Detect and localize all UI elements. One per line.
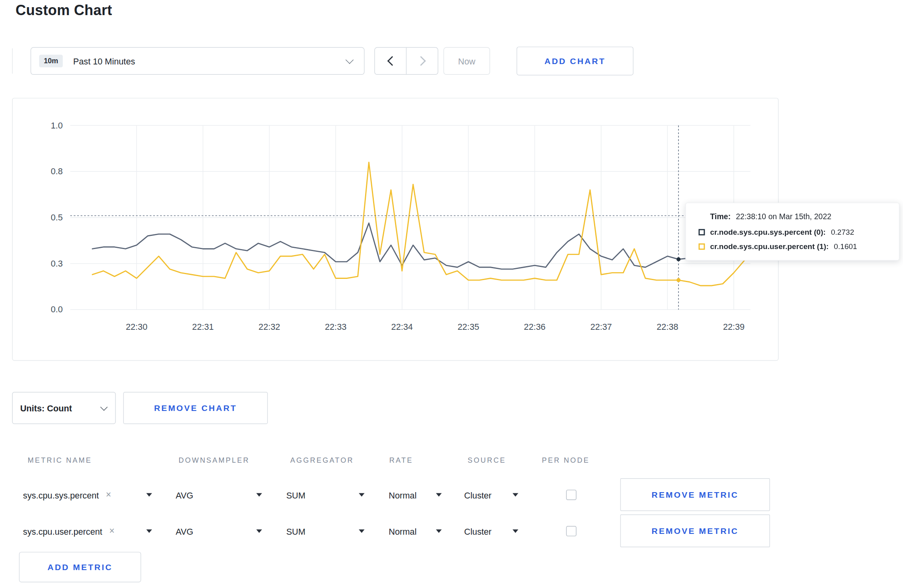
time-range-select[interactable]: 10m Past 10 Minutes bbox=[31, 47, 365, 75]
metric-name-label: sys.cpu.sys.percent bbox=[23, 490, 99, 500]
metric-row: sys.cpu.sys.percent × AVG SUM Normal Clu… bbox=[12, 478, 778, 512]
column-header-metric-name: METRIC NAME bbox=[27, 456, 92, 464]
metric-name-label: sys.cpu.user.percent bbox=[23, 526, 102, 536]
rate-select[interactable]: Normal bbox=[389, 478, 442, 512]
tooltip-series-value: 0.1601 bbox=[834, 242, 857, 251]
chevron-right-icon bbox=[416, 56, 426, 66]
toolbar-divider bbox=[12, 49, 12, 74]
add-metric-button[interactable]: ADD METRIC bbox=[19, 552, 141, 582]
caret-down-icon bbox=[256, 530, 262, 533]
svg-text:22:36: 22:36 bbox=[524, 322, 545, 332]
aggregator-value: SUM bbox=[286, 490, 305, 500]
caret-down-icon bbox=[436, 493, 442, 497]
per-node-checkbox[interactable] bbox=[566, 526, 577, 536]
tooltip-time-value: 22:38:10 on Mar 15th, 2022 bbox=[736, 212, 831, 221]
svg-text:1.0: 1.0 bbox=[51, 121, 63, 130]
next-time-button[interactable] bbox=[406, 48, 438, 74]
svg-text:22:32: 22:32 bbox=[258, 322, 280, 332]
units-select[interactable]: Units: Count bbox=[12, 392, 115, 424]
chevron-left-icon bbox=[387, 56, 397, 66]
svg-text:22:31: 22:31 bbox=[192, 322, 214, 332]
svg-text:22:33: 22:33 bbox=[325, 322, 346, 332]
chart-tooltip: Time:22:38:10 on Mar 15th, 2022 cr.node.… bbox=[685, 202, 899, 261]
chevron-down-icon bbox=[346, 55, 354, 63]
units-label: Units: Count bbox=[20, 403, 72, 413]
chevron-down-icon bbox=[100, 403, 108, 411]
rate-select[interactable]: Normal bbox=[389, 514, 442, 548]
source-value: Cluster bbox=[464, 526, 492, 536]
now-button[interactable]: Now bbox=[444, 47, 490, 75]
metric-name-select[interactable]: sys.cpu.user.percent × bbox=[23, 514, 152, 548]
caret-down-icon bbox=[512, 530, 518, 533]
per-node-cell bbox=[566, 478, 577, 512]
source-select[interactable]: Cluster bbox=[464, 514, 518, 548]
series-swatch-icon bbox=[699, 229, 705, 236]
source-select[interactable]: Cluster bbox=[464, 478, 518, 512]
prev-time-button[interactable] bbox=[375, 48, 406, 74]
caret-down-icon bbox=[146, 493, 152, 497]
tooltip-series-row: cr.node.sys.cpu.user.percent (1): 0.1601 bbox=[699, 242, 887, 251]
caret-down-icon bbox=[359, 530, 364, 533]
time-range-badge: 10m bbox=[39, 55, 63, 67]
series-swatch-icon bbox=[699, 243, 705, 250]
time-range-label: Past 10 Minutes bbox=[73, 56, 135, 66]
rate-value: Normal bbox=[389, 490, 416, 500]
per-node-cell bbox=[566, 514, 577, 548]
svg-text:22:38: 22:38 bbox=[657, 322, 678, 332]
aggregator-value: SUM bbox=[286, 526, 305, 536]
page-title: Custom Chart bbox=[16, 2, 112, 18]
svg-text:0.3: 0.3 bbox=[51, 259, 63, 269]
column-header-per-node: PER NODE bbox=[542, 456, 590, 464]
aggregator-select[interactable]: SUM bbox=[286, 478, 365, 512]
svg-text:0.0: 0.0 bbox=[51, 304, 63, 314]
tooltip-time-row: Time:22:38:10 on Mar 15th, 2022 bbox=[710, 212, 887, 221]
tooltip-time-label: Time: bbox=[710, 212, 731, 221]
caret-down-icon bbox=[436, 530, 442, 533]
remove-metric-button[interactable]: REMOVE METRIC bbox=[620, 514, 770, 547]
aggregator-select[interactable]: SUM bbox=[286, 514, 365, 548]
source-value: Cluster bbox=[464, 490, 492, 500]
svg-text:0.8: 0.8 bbox=[51, 166, 63, 176]
svg-text:22:37: 22:37 bbox=[590, 322, 612, 332]
metric-name-select[interactable]: sys.cpu.sys.percent × bbox=[23, 478, 152, 512]
caret-down-icon bbox=[359, 493, 364, 497]
caret-down-icon bbox=[146, 530, 152, 533]
column-header-downsampler: DOWNSAMPLER bbox=[178, 456, 250, 464]
column-header-source: SOURCE bbox=[468, 456, 506, 464]
remove-chart-button[interactable]: REMOVE CHART bbox=[123, 392, 268, 424]
svg-text:22:34: 22:34 bbox=[391, 322, 413, 332]
column-header-rate: RATE bbox=[389, 456, 413, 464]
tooltip-series-value: 0.2732 bbox=[831, 228, 854, 237]
column-header-aggregator: AGGREGATOR bbox=[290, 456, 354, 464]
remove-metric-button[interactable]: REMOVE METRIC bbox=[620, 478, 770, 511]
svg-text:22:39: 22:39 bbox=[723, 322, 745, 332]
caret-down-icon bbox=[512, 493, 518, 497]
clear-icon[interactable]: × bbox=[106, 490, 111, 499]
metrics-table: METRIC NAME DOWNSAMPLER AGGREGATOR RATE … bbox=[12, 444, 778, 548]
clear-icon[interactable]: × bbox=[109, 526, 115, 535]
time-nav-group bbox=[374, 47, 438, 75]
chart-card: 22:3022:3122:3222:3322:3422:3522:3622:37… bbox=[12, 98, 778, 361]
custom-chart-page: Custom Chart 10m Past 10 Minutes Now ADD… bbox=[0, 0, 903, 588]
metric-row: sys.cpu.user.percent × AVG SUM Normal Cl… bbox=[12, 514, 778, 548]
svg-text:22:30: 22:30 bbox=[126, 322, 147, 332]
downsampler-select[interactable]: AVG bbox=[176, 514, 262, 548]
downsampler-select[interactable]: AVG bbox=[176, 478, 262, 512]
downsampler-value: AVG bbox=[176, 526, 193, 536]
tooltip-series-row: cr.node.sys.cpu.sys.percent (0): 0.2732 bbox=[699, 228, 887, 237]
caret-down-icon bbox=[256, 493, 262, 497]
svg-text:0.5: 0.5 bbox=[51, 212, 63, 222]
rate-value: Normal bbox=[389, 526, 416, 536]
add-chart-button[interactable]: ADD CHART bbox=[516, 47, 633, 75]
tooltip-series-name: cr.node.sys.cpu.sys.percent (0): bbox=[710, 228, 825, 237]
tooltip-series-name: cr.node.sys.cpu.user.percent (1): bbox=[710, 242, 829, 251]
per-node-checkbox[interactable] bbox=[566, 490, 577, 500]
metrics-chart[interactable]: 22:3022:3122:3222:3322:3422:3522:3622:37… bbox=[13, 98, 779, 361]
svg-text:22:35: 22:35 bbox=[457, 322, 479, 332]
downsampler-value: AVG bbox=[176, 490, 193, 500]
